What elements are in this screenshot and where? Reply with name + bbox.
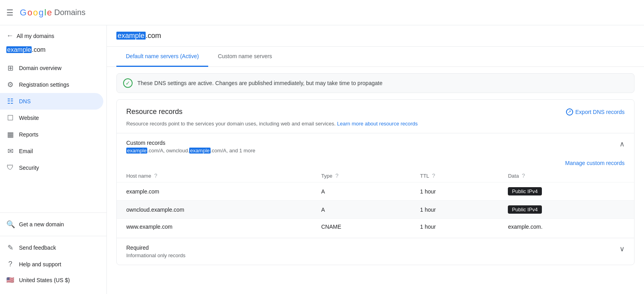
sidebar-item-security[interactable]: 🛡 Security	[0, 159, 103, 176]
rr-description: Resource records point to the services y…	[117, 119, 634, 133]
hostname-prefix: owncloud.	[126, 207, 151, 213]
breadcrumb: example.com	[116, 32, 635, 40]
cell-ttl: 1 hour	[410, 201, 498, 219]
reports-icon: ▦	[6, 130, 14, 139]
required-records-header[interactable]: Required Informational only records ∨	[117, 238, 634, 265]
manage-custom-records-link[interactable]: Manage custom records	[117, 160, 634, 169]
cell-hostname: example.com	[117, 182, 312, 201]
sidebar-item-label: Domain overview	[19, 65, 61, 71]
grid-icon: ⊞	[6, 64, 14, 72]
search-icon: 🔍	[6, 220, 14, 229]
hostname-prefix: www.	[126, 224, 139, 230]
sidebar-item-label: DNS	[19, 98, 31, 104]
type-help-icon[interactable]: ?	[335, 173, 338, 179]
data-badge: Public IPv4	[508, 205, 541, 214]
sidebar-item-send-feedback[interactable]: ✎ Send feedback	[0, 239, 106, 256]
expand-icon[interactable]: ∨	[619, 245, 625, 253]
cell-hostname: www.example.com	[117, 219, 312, 235]
alert-bar: ✓ These DNS settings are active. Changes…	[116, 73, 635, 93]
sidebar-item-help-support[interactable]: ? Help and support	[0, 256, 106, 272]
sidebar-item-domain-overview[interactable]: ⊞ Domain overview	[0, 60, 103, 76]
breadcrumb-domain-suffix: .com	[146, 32, 161, 40]
sidebar-item-label: United States (US $)	[19, 277, 70, 283]
cell-ttl: 1 hour	[410, 182, 498, 201]
export-dns-link[interactable]: ↗ Export DNS records	[566, 108, 625, 116]
sidebar-item-dns[interactable]: ☷ DNS	[0, 93, 103, 110]
tabs-container: Default name servers (Active) Custom nam…	[107, 47, 644, 67]
help-icon: ?	[6, 260, 14, 268]
sidebar-domain-title: example.com	[0, 43, 106, 60]
table-row: owncloud.example.com A 1 hour Public IPv…	[117, 201, 634, 219]
sidebar-item-locale[interactable]: 🇺🇸 United States (US $)	[0, 272, 106, 288]
sidebar-divider-1	[0, 212, 106, 213]
logo-domains: Domains	[54, 8, 85, 17]
custom-records-title-group: Custom records example.com/A, owncloud.e…	[126, 140, 255, 154]
hostname-help-icon[interactable]: ?	[154, 173, 158, 179]
tab-default-ns[interactable]: Default name servers (Active)	[116, 47, 208, 67]
main-layout: ← All my domains example.com ⊞ Domain ov…	[0, 25, 644, 294]
data-suffix: .com.	[529, 224, 542, 230]
custom-records-title: Custom records	[126, 140, 255, 146]
sidebar-item-get-new-domain[interactable]: 🔍 Get a new domain	[0, 216, 106, 233]
sidebar-item-email[interactable]: ✉ Email	[0, 143, 103, 159]
cell-hostname: owncloud.example.com	[117, 201, 312, 219]
logo-g: G	[20, 8, 27, 18]
gear-icon: ⚙	[6, 80, 14, 89]
col-data-label: Data	[508, 173, 519, 179]
sidebar-domain-highlight: example	[6, 46, 32, 53]
cell-data: Public IPv4	[498, 201, 634, 219]
logo-g2: g	[39, 8, 44, 18]
hostname-highlight: example	[151, 207, 172, 213]
hostname-suffix: .com	[160, 224, 172, 230]
sidebar-item-label: Security	[19, 165, 39, 171]
shield-icon: 🛡	[6, 163, 14, 172]
sidebar-item-label: Reports	[19, 131, 38, 138]
learn-more-link[interactable]: Learn more about resource records	[337, 121, 418, 127]
google-logo: Google Domains	[20, 8, 85, 18]
menu-icon[interactable]: ☰	[6, 8, 13, 17]
export-label: Export DNS records	[576, 109, 625, 115]
cell-type: CNAME	[312, 219, 410, 235]
check-circle-icon: ✓	[123, 78, 133, 88]
hostname-suffix: .com	[147, 188, 159, 195]
resource-records-card: Resource records ↗ Export DNS records Re…	[116, 99, 635, 265]
sidebar-item-label: Help and support	[19, 261, 61, 267]
table-row: example.com A 1 hour Public IPv4	[117, 182, 634, 201]
rr-title: Resource records	[126, 108, 182, 116]
sidebar-item-registration-settings[interactable]: ⚙ Registration settings	[0, 76, 103, 93]
data-help-icon[interactable]: ?	[522, 173, 525, 179]
cell-ttl: 1 hour	[410, 219, 498, 235]
required-records-section: Required Informational only records ∨	[117, 238, 634, 265]
subtitle-end: .com/A, and 1 more	[211, 148, 255, 154]
rr-desc-text: Resource records point to the services y…	[126, 121, 336, 127]
ttl-help-icon[interactable]: ?	[432, 173, 435, 179]
logo-o2: o	[33, 8, 38, 18]
hostname-highlight: example	[139, 224, 160, 230]
sidebar-item-reports[interactable]: ▦ Reports	[0, 126, 103, 143]
back-label: All my domains	[17, 33, 54, 39]
content-header: example.com	[107, 25, 644, 47]
col-ttl-label: TTL	[420, 173, 429, 179]
cell-type: A	[312, 182, 410, 201]
sidebar-item-label: Email	[19, 148, 33, 154]
col-hostname: Host name ?	[117, 169, 312, 182]
records-table: Host name ? Type ? TTL ?	[117, 169, 634, 235]
back-to-all-domains[interactable]: ← All my domains	[0, 25, 106, 43]
hostname-highlight: example	[126, 188, 147, 195]
required-title: Required	[126, 245, 186, 251]
tab-custom-ns[interactable]: Custom name servers	[208, 47, 281, 67]
content-area: example.com Default name servers (Active…	[107, 25, 644, 294]
website-icon: ☐	[6, 114, 14, 122]
custom-records-subtitle: example.com/A, owncloud.example.com/A, a…	[126, 148, 255, 154]
cell-data: Public IPv4	[498, 182, 634, 201]
collapse-icon[interactable]: ∧	[619, 140, 625, 148]
email-icon: ✉	[6, 147, 14, 156]
sidebar: ← All my domains example.com ⊞ Domain ov…	[0, 25, 107, 294]
sidebar-item-website[interactable]: ☐ Website	[0, 110, 103, 126]
logo-l: l	[44, 8, 46, 18]
custom-records-section: Custom records example.com/A, owncloud.e…	[117, 133, 634, 235]
col-type-label: Type	[321, 173, 332, 179]
required-title-group: Required Informational only records	[126, 245, 186, 258]
back-arrow-icon: ←	[6, 32, 13, 40]
feedback-icon: ✎	[6, 243, 14, 252]
